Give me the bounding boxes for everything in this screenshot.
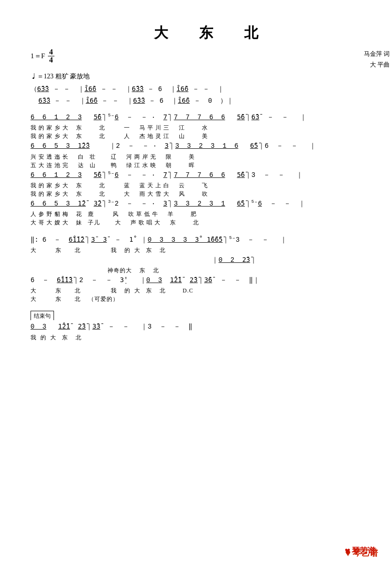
ch-lyric-1: 大 东 北 我 的 大 东 北 — [31, 246, 390, 254]
intro-staff-1: （6̄3̄3 － － ｜i̊6̄6 － － ｜6̄3̄3 － 6 ｜i̊6̄6 … — [31, 84, 390, 95]
intro-block: （6̄3̄3 － － ｜i̊6̄6 － － ｜6̄3̄3 － 6 ｜i̊6̄6 … — [31, 84, 390, 107]
lyricist: 马金萍 词 — [364, 48, 390, 59]
v1-lyric-4b: 大 哥 大 嫂 大 妹 子儿 大 声 歌 唱 大 东 北 — [31, 218, 390, 227]
key-label: 1＝F — [31, 52, 45, 61]
v1-lyric-1b: 我 的 家 乡 大 东 北 人 杰 地 灵 江 山 美 — [31, 132, 390, 140]
time-sig: 4 4 — [48, 48, 54, 64]
v1-lyric-2a: 兴 安 透 迤 长 白 壮 辽 河 两 岸 无 限 美 — [31, 153, 390, 161]
end-lyric-1: 我 的 大 东 北 — [31, 333, 390, 342]
ch-lyric-4: 大 东 北 （可爱的） — [31, 295, 390, 303]
v1-staff-1: 6 6 1 2 3 5̄6̄｜5⁻6 － － · 7̄｜7 7 7 6 6 5̄… — [31, 112, 390, 123]
header-left: 1＝F 4 4 — [31, 48, 54, 66]
v1-staff-4: 6 6 5 3 1̄2̄ 3̄2̄｜3⁻2 － － · 3̄｜3 3 2 3 1… — [31, 198, 390, 210]
ch-staff-1: ‖: 6 － 6̊1̄1̄2̄｜3̄ 3̄ － 1̊ ｜0 3 3 3 3̊ 1… — [31, 234, 390, 246]
ch-lyric-2a: 神奇的大 东 北 — [31, 266, 390, 275]
chorus-block: ‖: 6 － 6̊1̄1̄2̄｜3̄ 3̄ － 1̊ ｜0 3 3 3 3̊ 1… — [31, 234, 390, 304]
v1-staff-2: 6 6 5 3 1̄2̄3 ｜2 － － · 3̄｜3 3 2 3 1 6 6̄… — [31, 140, 390, 152]
song-title: 大 东 北 — [31, 19, 390, 43]
composer-label: 大 平曲 — [364, 59, 390, 70]
watermark-container: ♥ 琴艺谱 — [345, 545, 376, 556]
v1-staff-3: 6 6 1 2 3 5̄6̄｜5⁻6 － － · 7̄｜7 7 7 6 6 5̄… — [31, 169, 390, 181]
v1-lyric-2b: 五 大 连 池 完 达 山 鸭 绿 江 水 映 朝 晖 — [31, 161, 390, 169]
verse-section-1: 6 6 1 2 3 5̄6̄｜5⁻6 － － · 7̄｜7 7 7 6 6 5̄… — [31, 112, 390, 227]
v1-lyric-3b: 我 的 家 乡 大 东 北 大 雨 大 雪 大 风 吹 — [31, 190, 390, 198]
v1-lyric-4a: 人 参 野 貂 梅 花 鹿 风 吹 草 低 牛 羊 肥 — [31, 210, 390, 218]
intro-staff-2: 6̄3̄3 － － ｜i̊6̄6 － － ｜6̄3̄3 － 6 ｜i̊6̄6 －… — [31, 95, 390, 107]
end-staff-1: 0 3 1̊2̄1̄ 2̄3̄｜3̄3̄ － － ｜3 － － ‖ — [31, 321, 390, 333]
ending-label: 结束句 — [31, 311, 54, 320]
ending-block: 结束句 0 3 1̊2̄1̄ 2̄3̄｜3̄3̄ － － ｜3 － － ‖ 我 … — [31, 311, 390, 341]
actual-score-container: 大 东 北 1＝F 4 4 马金萍 词 大 平曲 ♩＝123 粗犷 豪放地 （6… — [14, 9, 392, 370]
ch-staff-3: 6 － 6̊1̄1̄3̄｜2 － － 3̣' ｜0 3 1̊2̄1̄ 2̄3̄｜… — [31, 275, 390, 286]
brand-name: 琴艺谱 — [352, 545, 376, 556]
heart-logo-icon: ♥ — [345, 545, 350, 556]
v1-lyric-3a: 我 的 家 乡 大 东 北 蓝 蓝 天 上 白 云 飞 — [31, 181, 390, 190]
v1-lyric-1a: 我 的 家 乡 大 东 北 一 马 平 川 三 江 水 — [31, 123, 390, 132]
score-header: 1＝F 4 4 马金萍 词 大 平曲 — [31, 48, 390, 70]
time-bot: 4 — [48, 56, 54, 64]
tempo-line: ♩＝123 粗犷 豪放地 — [31, 72, 390, 81]
ch-staff-2: ｜0 2 2̄3̄｜ — [31, 254, 390, 266]
key-line: 1＝F 4 4 — [31, 48, 54, 64]
ch-lyric-3: 大 东 北 我 的 大 东 北 D.C — [31, 286, 390, 295]
header-right: 马金萍 词 大 平曲 — [364, 48, 390, 70]
time-top: 4 — [48, 48, 54, 56]
